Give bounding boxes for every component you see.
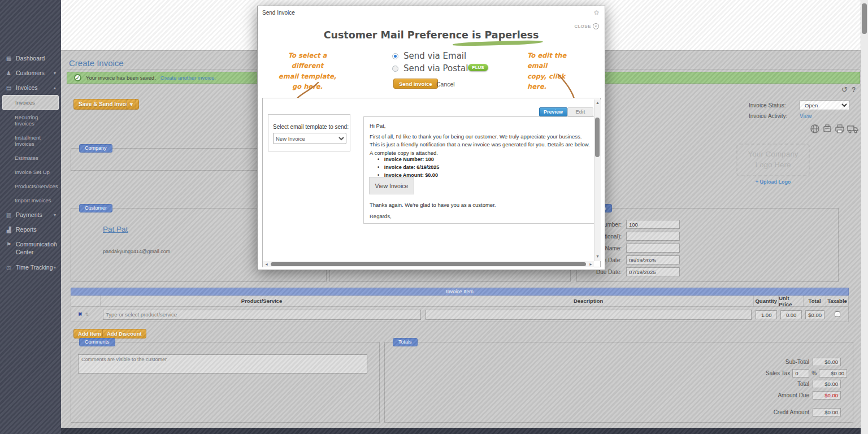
edit-tab[interactable]: Edit bbox=[567, 107, 593, 116]
credit-amount-value[interactable] bbox=[813, 408, 841, 416]
due-date-input[interactable] bbox=[626, 267, 680, 276]
customer-legend: Customer bbox=[79, 204, 112, 212]
modal-title: Send Invoice bbox=[262, 10, 295, 16]
subtotal-row: Sub-Total bbox=[757, 358, 841, 366]
total-column-header: Total bbox=[804, 296, 826, 306]
sidebar-subitem-installment-invoices[interactable]: Installment Invoices bbox=[0, 131, 61, 151]
upload-logo-link-right[interactable]: + Upload Logo bbox=[736, 179, 810, 185]
sidebar-item-customers[interactable]: ♟ Customers ▾ bbox=[0, 66, 61, 80]
success-text: Your invoice has been saved. bbox=[86, 75, 156, 81]
total-value[interactable] bbox=[813, 380, 841, 388]
totals-legend: Totals bbox=[393, 338, 418, 346]
line-total-input[interactable] bbox=[805, 310, 824, 319]
reports-icon: ▟ bbox=[5, 227, 12, 233]
close-button[interactable]: CLOSE × bbox=[574, 23, 599, 29]
printer-icon[interactable] bbox=[835, 124, 845, 134]
scroll-left-icon[interactable]: ◄ bbox=[264, 262, 268, 266]
subtotal-label: Sub-Total bbox=[757, 359, 813, 365]
page-scrollbar[interactable] bbox=[861, 0, 868, 434]
amount-due-value[interactable] bbox=[813, 391, 841, 400]
view-invoice-button[interactable]: View Invoice bbox=[369, 177, 414, 194]
subtotal-value[interactable] bbox=[813, 358, 841, 366]
app-screen: ▦ Dashboard ♟ Customers ▾ ▤ Invoices ▴ I… bbox=[0, 0, 868, 434]
email-preview-panel: Preview Edit Select email template to se… bbox=[262, 98, 601, 267]
invoice-status-select[interactable]: Open bbox=[800, 100, 849, 110]
scroll-down-icon[interactable]: ▼ bbox=[596, 254, 600, 258]
add-discount-button[interactable]: Add Discount bbox=[102, 329, 146, 338]
sidebar-subitem-invoice-set-up[interactable]: Invoice Set Up bbox=[0, 165, 61, 179]
modal-cancel-link[interactable]: Cancel bbox=[436, 81, 455, 88]
undo-icon[interactable]: ↺ bbox=[841, 85, 848, 94]
plus-badge: PLUS bbox=[468, 64, 488, 71]
project-name-input[interactable] bbox=[626, 244, 680, 253]
taxable-column-header: Taxable bbox=[826, 296, 848, 306]
scroll-right-icon[interactable]: ► bbox=[589, 262, 593, 266]
sidebar-item-reports[interactable]: ▟ Reports bbox=[0, 222, 61, 237]
check-icon: ✓ bbox=[74, 74, 81, 81]
truck-icon[interactable] bbox=[847, 124, 858, 134]
sidebar-item-payments[interactable]: ▥ Payments ▾ bbox=[0, 207, 61, 222]
invoices-icon: ▤ bbox=[5, 85, 12, 91]
invoice-status-row: Invoice Status: Open bbox=[749, 100, 849, 110]
comments-textarea[interactable] bbox=[78, 354, 367, 374]
invoice-activity-view-link[interactable]: View bbox=[800, 113, 812, 119]
sidebar-subitem-recurring-invoices[interactable]: Recurring Invoices bbox=[0, 110, 61, 131]
horizontal-scrollbar-thumb[interactable] bbox=[271, 262, 586, 266]
invoice-action-icons bbox=[810, 124, 858, 134]
email-signoff: Regards, bbox=[370, 213, 392, 219]
page-help-icon[interactable]: ? bbox=[852, 86, 856, 94]
customers-icon: ♟ bbox=[5, 70, 12, 76]
email-body-text: First of all, I'd like to thank you for … bbox=[370, 133, 591, 157]
template-select[interactable]: New Invoice bbox=[273, 133, 346, 144]
taxable-checkbox[interactable] bbox=[835, 311, 840, 317]
sales-tax-value[interactable] bbox=[819, 369, 847, 377]
sidebar-item-invoices[interactable]: ▤ Invoices ▴ bbox=[0, 80, 61, 95]
sidebar-subitem-estimates[interactable]: Estimates bbox=[0, 151, 61, 165]
payments-icon: ▥ bbox=[5, 212, 12, 218]
delete-item-icon[interactable]: ✖ bbox=[78, 311, 83, 317]
scroll-up-icon[interactable]: ▲ bbox=[596, 101, 600, 105]
create-another-invoice-link[interactable]: Create another invoice. bbox=[160, 75, 216, 81]
po-number-input[interactable] bbox=[626, 232, 680, 241]
sidebar-item-dashboard[interactable]: ▦ Dashboard bbox=[0, 51, 61, 66]
sidebar-item-time-tracking[interactable]: ◷ Time Tracking ▾ bbox=[0, 260, 61, 275]
save-send-dropdown-caret[interactable]: ▾ bbox=[127, 99, 136, 110]
sidebar-subitem-products-services[interactable]: Products/Services bbox=[0, 179, 61, 193]
unit-price-input[interactable] bbox=[780, 310, 802, 319]
preview-tab[interactable]: Preview bbox=[539, 107, 567, 116]
email-greeting: Hi Pat, bbox=[370, 123, 386, 129]
send-via-email-option[interactable]: Send via Email bbox=[392, 51, 466, 61]
modal-send-invoice-button[interactable]: Send Invoice bbox=[393, 79, 438, 89]
add-item-button[interactable]: Add Item bbox=[73, 329, 106, 338]
page-scrollbar-thumb[interactable] bbox=[862, 3, 867, 34]
send-via-postal-option[interactable]: Send via Postal bbox=[392, 63, 468, 73]
vertical-scrollbar-thumb[interactable] bbox=[595, 118, 600, 157]
page-title: Create Invoice bbox=[69, 58, 124, 68]
globe-icon[interactable] bbox=[810, 124, 820, 134]
fax-icon[interactable] bbox=[822, 124, 832, 134]
invoice-activity-label: Invoice Activity: bbox=[749, 113, 800, 119]
quantity-input[interactable] bbox=[756, 310, 777, 319]
credit-amount-row: Credit Amount bbox=[757, 408, 841, 416]
sidebar-subitem-invoices[interactable]: Invoices bbox=[2, 95, 59, 110]
radio-selected-icon[interactable] bbox=[392, 53, 398, 59]
logo-text: Your Company bbox=[737, 149, 809, 160]
customer-name-link[interactable]: Pat Pat bbox=[103, 225, 128, 233]
comments-legend: Comments bbox=[79, 338, 115, 346]
invoice-number-input[interactable] bbox=[626, 220, 680, 229]
sidebar-item-communication-center[interactable]: ⚑ Communication Center ▾ bbox=[0, 237, 61, 260]
radio-unselected-icon[interactable] bbox=[392, 66, 398, 72]
invoice-number-bullet: Invoice Number: 100 bbox=[377, 157, 434, 162]
sidebar-item-label: Time Tracking bbox=[16, 264, 53, 271]
dashboard-icon: ▦ bbox=[5, 55, 12, 62]
sidebar-item-label: Invoices bbox=[16, 84, 38, 91]
invoice-item-bar: Invoice Item bbox=[71, 288, 849, 296]
drag-handle-icon[interactable]: ⇅ bbox=[85, 312, 89, 317]
product-service-input[interactable] bbox=[103, 310, 421, 320]
company-logo-placeholder-right[interactable]: Your Company Logo Here bbox=[736, 144, 810, 176]
description-input[interactable] bbox=[426, 310, 752, 320]
invoice-date-input[interactable] bbox=[626, 255, 680, 264]
sidebar-subitem-import-invoices[interactable]: Import Invoices bbox=[0, 193, 61, 207]
sales-tax-rate-input[interactable] bbox=[792, 369, 809, 377]
percent-sign: % bbox=[811, 370, 817, 376]
